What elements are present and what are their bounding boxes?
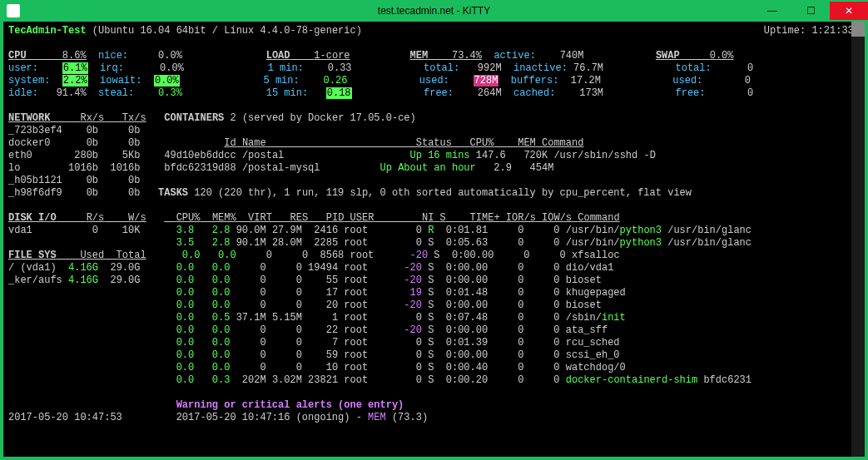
proc-row: 0.0 0.0 0 0 17 root 19 S 0:01.48 0 0 khu…: [8, 287, 860, 299]
window-title: test.tecadmin.net - KiTTY: [378, 5, 490, 17]
maximize-button[interactable]: ☐: [791, 2, 830, 20]
proc-row: FILE SYS Used Total 0.0 0.0 0 0 8568 roo…: [8, 250, 860, 262]
proc-row: 0.0 0.0 0 0 7 root 0 S 0:01.39 0 0 rcu_s…: [8, 337, 860, 349]
terminal[interactable]: TecAdmin-Test (Ubuntu 16.04 64bit / Linu…: [3, 22, 865, 457]
proc-row: / (vda1) 4.16G 29.0G 0.0 0.0 0 0 19494 r…: [8, 262, 860, 275]
titlebar[interactable]: test.tecadmin.net - KiTTY ― ☐ ✕: [0, 0, 868, 22]
close-button[interactable]: ✕: [830, 2, 868, 20]
scroll-thumb[interactable]: [851, 22, 865, 37]
app-icon: [7, 4, 20, 17]
proc-row: vda1 0 10K 3.8 2.8 90.0M 27.9M 2416 root…: [8, 225, 860, 237]
proc-row: 0.0 0.0 0 0 20 root -20 S 0:00.00 0 0 bi…: [8, 299, 860, 312]
proc-row: 0.0 0.3 202M 3.02M 23821 root 0 S 0:00.2…: [8, 374, 860, 387]
scrollbar[interactable]: [851, 22, 865, 457]
minimize-button[interactable]: ―: [753, 2, 791, 20]
proc-row: 0.0 0.5 37.1M 5.15M 1 root 0 S 0:07.48 0…: [8, 312, 860, 324]
proc-row: 0.0 0.0 0 0 22 root -20 S 0:00.00 0 0 at…: [8, 324, 860, 337]
proc-row: _ker/aufs 4.16G 29.0G 0.0 0.0 0 0 55 roo…: [8, 275, 860, 287]
proc-row: 3.5 2.8 90.1M 28.0M 2285 root 0 S 0:05.6…: [8, 237, 860, 250]
status-bar: 2017-05-20 10:47:53 2017-05-20 10:47:16 …: [8, 412, 860, 424]
cpu-row: CPU 8.6% nice: 0.0% LOAD 1-core MEM 73.4…: [8, 50, 860, 62]
proc-row: 0.0 0.0 0 0 59 root 0 S 0:00.00 0 0 scsi…: [8, 349, 860, 362]
host-line: TecAdmin-Test (Ubuntu 16.04 64bit / Linu…: [8, 25, 860, 37]
proc-row: 0.0 0.0 0 0 10 root 0 S 0:00.40 0 0 watc…: [8, 362, 860, 374]
